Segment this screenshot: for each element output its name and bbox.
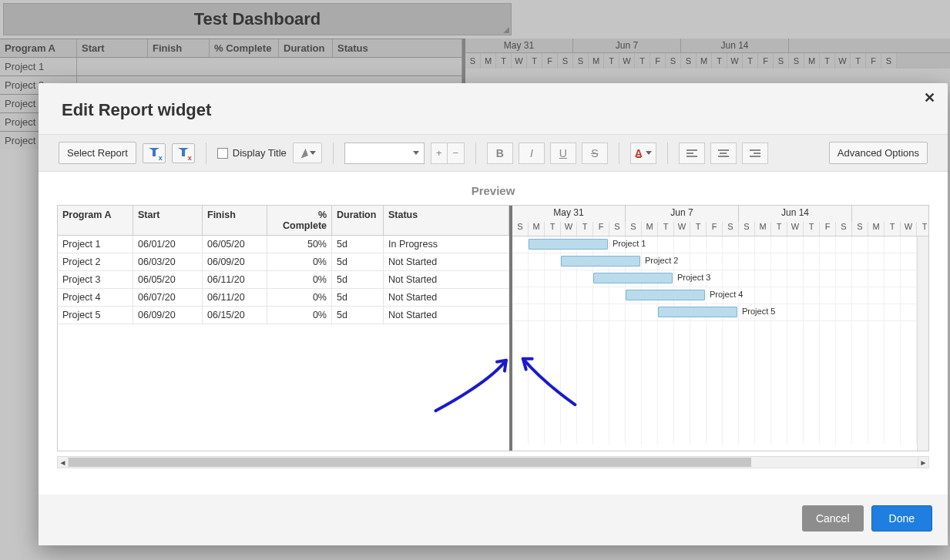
day-header: F bbox=[593, 222, 609, 236]
grid-table: Program A Start Finish % Complete Durati… bbox=[58, 206, 509, 451]
align-left-icon bbox=[686, 149, 697, 157]
scroll-right-icon[interactable]: ► bbox=[918, 457, 928, 468]
scroll-thumb[interactable] bbox=[69, 458, 751, 467]
cell-dur: 5d bbox=[332, 307, 384, 324]
select-report-button[interactable]: Select Report bbox=[59, 142, 136, 164]
day-header: T bbox=[658, 222, 674, 236]
gantt-bar[interactable] bbox=[626, 290, 705, 300]
week-header: Jun 7 bbox=[626, 206, 739, 222]
cell-start: 06/01/20 bbox=[133, 236, 203, 253]
cell-finish: 06/09/20 bbox=[203, 253, 267, 270]
day-header: W bbox=[901, 222, 917, 236]
strike-button[interactable]: S bbox=[582, 143, 608, 164]
day-header: S bbox=[626, 222, 642, 236]
column-header[interactable]: Duration bbox=[332, 206, 384, 235]
column-header[interactable]: Status bbox=[384, 206, 509, 235]
week-header: May 31 bbox=[512, 206, 626, 222]
day-header: S bbox=[609, 222, 626, 236]
gantt-bar[interactable] bbox=[529, 239, 608, 250]
gantt-row: Project 5 bbox=[512, 304, 928, 321]
week-header: Jun 14 bbox=[739, 206, 852, 222]
day-header: T bbox=[917, 222, 928, 236]
day-header: S bbox=[723, 222, 739, 236]
font-size-stepper[interactable]: + − bbox=[431, 143, 465, 164]
day-header: F bbox=[707, 222, 723, 236]
column-header[interactable]: % Complete bbox=[267, 206, 332, 235]
increase-button[interactable]: + bbox=[431, 143, 448, 164]
gantt-bar-label: Project 2 bbox=[645, 256, 678, 265]
table-row[interactable]: Project 306/05/2006/11/200%5dNot Started bbox=[58, 271, 509, 289]
cell-name: Project 4 bbox=[58, 289, 133, 306]
day-header: T bbox=[577, 222, 593, 236]
column-header[interactable]: Program A bbox=[58, 206, 133, 235]
table-row[interactable]: Project 106/01/2006/05/2050%5dIn Progres… bbox=[58, 236, 509, 253]
cell-dur: 5d bbox=[332, 271, 384, 288]
cancel-button[interactable]: Cancel bbox=[802, 505, 864, 531]
cell-start: 06/07/20 bbox=[133, 289, 203, 306]
day-header: M bbox=[529, 222, 545, 236]
decrease-button[interactable]: − bbox=[448, 143, 465, 164]
gantt-bar[interactable] bbox=[561, 256, 640, 267]
day-header: T bbox=[804, 222, 820, 236]
vertical-scrollbar[interactable] bbox=[917, 236, 928, 451]
day-header: M bbox=[868, 222, 885, 236]
gantt-bar[interactable] bbox=[658, 307, 737, 317]
day-header: F bbox=[820, 222, 836, 236]
display-title-toggle[interactable]: Display Title bbox=[217, 147, 287, 159]
italic-button[interactable]: I bbox=[519, 143, 545, 164]
preview-label: Preview bbox=[57, 179, 929, 205]
column-header[interactable]: Start bbox=[133, 206, 203, 235]
day-header: T bbox=[690, 222, 707, 236]
day-header: W bbox=[561, 222, 577, 236]
table-row[interactable]: Project 406/07/2006/11/200%5dNot Started bbox=[58, 289, 509, 307]
day-header: M bbox=[755, 222, 771, 236]
underline-button[interactable]: U bbox=[550, 143, 576, 164]
day-header: W bbox=[674, 222, 690, 236]
align-center-button[interactable] bbox=[710, 143, 737, 164]
cell-start: 06/03/20 bbox=[133, 253, 203, 270]
gantt-bar-label: Project 1 bbox=[613, 239, 646, 248]
filter-clear-icon: x bbox=[178, 148, 189, 159]
day-header: M bbox=[642, 222, 658, 236]
bold-button[interactable]: B bbox=[487, 143, 513, 164]
gantt-row: Project 4 bbox=[512, 287, 928, 304]
paint-bucket-icon: ◢ bbox=[297, 146, 309, 160]
advanced-options-button[interactable]: Advanced Options bbox=[829, 142, 928, 164]
gantt-row: Project 3 bbox=[512, 270, 928, 287]
close-icon[interactable]: ✕ bbox=[924, 89, 935, 106]
horizontal-scrollbar[interactable]: ◄ ► bbox=[57, 456, 929, 468]
cell-status: Not Started bbox=[384, 271, 509, 288]
filter-icon: x bbox=[149, 148, 159, 159]
align-left-button[interactable] bbox=[679, 143, 705, 164]
chevron-down-icon bbox=[413, 151, 419, 155]
gantt-bar-label: Project 3 bbox=[677, 273, 710, 282]
cell-pct: 0% bbox=[267, 271, 332, 288]
cell-dur: 5d bbox=[332, 289, 384, 306]
filter-add-button[interactable]: x bbox=[143, 143, 166, 163]
cell-status: Not Started bbox=[384, 289, 509, 306]
table-row[interactable]: Project 206/03/2006/09/200%5dNot Started bbox=[58, 253, 509, 271]
cell-start: 06/05/20 bbox=[133, 271, 203, 288]
cell-name: Project 1 bbox=[58, 236, 133, 253]
cell-pct: 0% bbox=[267, 289, 332, 306]
day-header: S bbox=[836, 222, 852, 236]
font-color-button[interactable]: A bbox=[630, 143, 656, 164]
gantt-bar[interactable] bbox=[593, 273, 673, 283]
cell-name: Project 2 bbox=[58, 253, 133, 270]
fill-color-button[interactable]: ◢ bbox=[293, 143, 322, 163]
font-select[interactable] bbox=[344, 143, 425, 164]
table-row[interactable]: Project 506/09/2006/15/200%5dNot Started bbox=[58, 307, 509, 324]
cell-finish: 06/11/20 bbox=[203, 271, 267, 288]
cell-pct: 0% bbox=[267, 307, 332, 324]
align-right-button[interactable] bbox=[742, 143, 768, 164]
column-header[interactable]: Finish bbox=[203, 206, 267, 235]
cell-finish: 06/05/20 bbox=[203, 236, 267, 253]
gantt-bar-label: Project 5 bbox=[742, 307, 775, 316]
done-button[interactable]: Done bbox=[871, 505, 932, 531]
cell-finish: 06/15/20 bbox=[203, 307, 267, 324]
filter-clear-button[interactable]: x bbox=[172, 143, 195, 163]
cell-status: Not Started bbox=[384, 307, 509, 324]
cell-pct: 50% bbox=[267, 236, 332, 253]
day-header: T bbox=[885, 222, 901, 236]
scroll-left-icon[interactable]: ◄ bbox=[58, 457, 69, 468]
